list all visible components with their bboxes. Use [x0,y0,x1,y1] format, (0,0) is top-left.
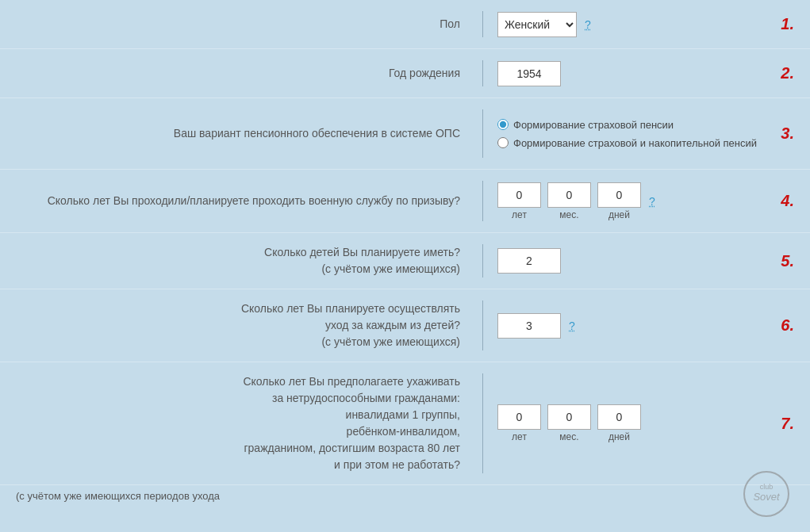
radio-insurance-funded[interactable]: Формирование страховой и накопительной п… [497,137,757,149]
row-military: Сколько лет Вы проходили/планируете прох… [0,170,810,233]
label-disabled-care: Сколько лет Вы предполагаете ухаживатьза… [16,373,476,473]
child-care-input[interactable] [497,313,561,339]
radio-insurance-funded-input[interactable] [497,137,509,148]
radio-insurance-funded-label: Формирование страховой и накопительной п… [513,137,757,149]
disabled-care-days-field: дней [597,404,641,442]
radio-insurance-only-label: Формирование страховой пенсии [513,119,674,131]
radio-insurance-only[interactable]: Формирование страховой пенсии [497,119,757,131]
controls-children-count [489,248,776,274]
club-sovet-logo: club Sovet [735,470,798,518]
divider-2 [482,60,483,86]
birth-year-input[interactable] [497,61,561,86]
divider-1 [482,11,483,37]
label-children-count: Сколько детей Вы планируете иметь?(с учё… [16,244,476,277]
row-number-7: 7. [781,415,794,433]
controls-pension-type: Формирование страховой пенсии Формирован… [489,119,776,149]
children-count-input[interactable] [497,248,561,274]
row-number-1: 1. [781,15,794,33]
row-number-3: 3. [781,124,794,143]
divider-6 [482,300,483,350]
label-birth-year: Год рождения [16,65,476,82]
disabled-care-months-input[interactable] [547,404,591,430]
radio-insurance-only-input[interactable] [497,119,509,130]
military-days-label: дней [608,209,630,220]
controls-child-care: ? [489,313,776,339]
disabled-care-years-field: лет [497,404,541,442]
svg-text:club: club [760,483,774,491]
controls-gender: Женский Мужской ? [489,12,776,37]
help-icon-military[interactable]: ? [649,195,655,208]
row-child-care: Сколько лет Вы планируете осуществлятьух… [0,289,810,362]
divider-7 [482,373,483,473]
military-months-field: мес. [547,182,591,220]
controls-birth-year [489,61,776,86]
label-pension-type: Ваш вариант пенсионного обеспечения в си… [16,125,476,142]
divider-5 [482,244,483,277]
help-icon-child-care[interactable]: ? [569,320,575,332]
disabled-care-days-input[interactable] [597,404,641,430]
military-months-input[interactable] [547,182,591,208]
label-gender: Пол [16,16,476,33]
disabled-care-years-label: лет [512,431,527,442]
divider-4 [482,181,483,221]
row-number-6: 6. [781,316,794,335]
controls-disabled-care: лет мес. дней [489,404,776,442]
disabled-care-months-field: мес. [547,404,591,442]
controls-military: лет мес. дней ? [489,182,776,220]
military-days-field: дней [597,182,641,220]
military-years-label: лет [512,209,527,220]
row-number-5: 5. [781,252,794,270]
row-disabled-care: Сколько лет Вы предполагаете ухаживатьза… [0,362,810,485]
disabled-care-years-input[interactable] [497,404,541,430]
disabled-care-months-label: мес. [559,431,578,442]
help-icon-gender[interactable]: ? [585,18,591,31]
divider-3 [482,109,483,158]
row-number-4: 4. [781,192,794,210]
military-months-label: мес. [559,209,578,220]
svg-text:Sovet: Sovet [753,491,781,503]
row-birth-year: Год рождения 2. [0,49,810,98]
disabled-care-days-label: дней [608,431,630,442]
military-triple-input: лет мес. дней [497,182,641,220]
gender-select[interactable]: Женский Мужской [497,12,577,37]
row-gender: Пол Женский Мужской ? 1. [0,0,810,49]
logo-watermark: club Sovet [735,470,798,520]
disabled-care-triple-input: лет мес. дней [497,404,641,442]
pension-radio-group: Формирование страховой пенсии Формирован… [497,119,757,149]
military-days-input[interactable] [597,182,641,208]
row-pension-type: Ваш вариант пенсионного обеспечения в си… [0,98,810,170]
bottom-note: (с учётом уже имеющихся периодов ухода [0,485,810,507]
row-children-count: Сколько детей Вы планируете иметь?(с учё… [0,233,810,289]
military-years-input[interactable] [497,182,541,208]
military-years-field: лет [497,182,541,220]
label-military: Сколько лет Вы проходили/планируете прох… [16,193,476,209]
row-number-2: 2. [781,64,794,82]
label-child-care: Сколько лет Вы планируете осуществлятьух… [16,300,476,350]
